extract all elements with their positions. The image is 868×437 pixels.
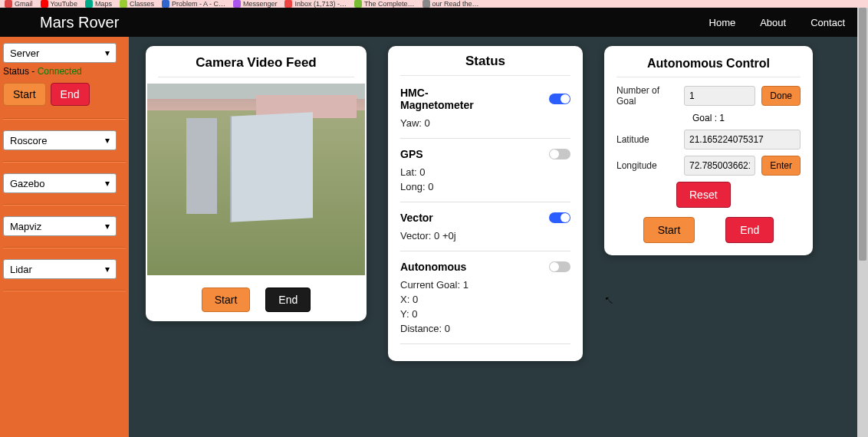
bookmark-item[interactable]: Gmail — [5, 0, 33, 8]
nav-about[interactable]: About — [760, 17, 786, 28]
auto-y: Y: 0 — [400, 308, 570, 320]
status-title: Status — [400, 46, 570, 72]
nav-home[interactable]: Home — [709, 17, 736, 28]
camera-card: Camera Video Feed Start End — [146, 46, 367, 321]
bookmark-item[interactable]: Maps — [85, 0, 112, 8]
bookmark-item[interactable]: The Complete… — [354, 0, 415, 8]
sidebar: Server ▾ Status - Connected Start End Ro… — [0, 37, 129, 437]
hmc-heading: HMC-Magnetometer — [400, 87, 492, 111]
bookmark-item[interactable]: Problem - A - C… — [162, 0, 225, 8]
bookmark-item[interactable]: Classes — [120, 0, 154, 8]
vector-toggle[interactable] — [549, 212, 570, 223]
bookmark-item[interactable]: our Read the… — [422, 0, 479, 8]
bookmark-item[interactable]: Messenger — [233, 0, 278, 8]
sidebar-start-button[interactable]: Start — [3, 83, 46, 106]
autonomous-toggle[interactable] — [549, 261, 570, 272]
roscore-select[interactable]: Roscore▾ — [3, 130, 117, 150]
nav-links: Home About Contact — [709, 17, 845, 28]
nav-contact[interactable]: Contact — [810, 17, 845, 28]
auto-distance: Distance: 0 — [400, 323, 570, 334]
bookmark-bar: Gmail YouTube Maps Classes Problem - A -… — [0, 0, 868, 8]
yaw-value: Yaw: 0 — [400, 117, 570, 129]
camera-end-button[interactable]: End — [265, 288, 311, 312]
top-navbar: Mars Rover Home About Contact — [0, 8, 868, 37]
vector-value: Vector: 0 +0j — [400, 230, 570, 242]
num-goal-label: Number of Goal — [616, 85, 678, 107]
hmc-toggle[interactable] — [549, 94, 570, 104]
autonomous-heading: Autonomous — [400, 261, 466, 273]
chevron-down-icon: ▾ — [105, 48, 110, 58]
server-select[interactable]: Server ▾ — [3, 43, 117, 63]
auto-start-button[interactable]: Start — [643, 217, 695, 243]
current-goal: Current Goal: 1 — [400, 279, 570, 291]
content-area: Camera Video Feed Start End Status HMC-M… — [129, 37, 868, 437]
camera-title: Camera Video Feed — [146, 46, 367, 74]
num-goal-input[interactable] — [684, 86, 755, 106]
latitude-label: Latitude — [616, 134, 678, 145]
done-button[interactable]: Done — [761, 86, 801, 106]
auto-end-button[interactable]: End — [725, 217, 774, 243]
bookmark-item[interactable]: Inbox (1,713) -… — [284, 0, 347, 8]
server-select-label: Server — [10, 48, 39, 59]
camera-start-button[interactable]: Start — [202, 288, 251, 312]
vertical-scrollbar[interactable] — [857, 8, 868, 437]
bookmark-item[interactable]: YouTube — [41, 0, 77, 8]
connection-status: Status - Connected — [3, 66, 126, 77]
gps-lat: Lat: 0 — [400, 166, 570, 178]
reset-button[interactable]: Reset — [676, 182, 731, 208]
goal-line: Goal : 1 — [616, 113, 801, 123]
vector-heading: Vector — [400, 212, 433, 224]
longitude-input[interactable] — [684, 156, 755, 176]
chevron-down-icon: ▾ — [105, 135, 110, 146]
camera-feed — [147, 84, 365, 275]
chevron-down-icon: ▾ — [105, 221, 110, 232]
mapviz-select[interactable]: Mapviz▾ — [3, 216, 117, 236]
sidebar-end-button[interactable]: End — [51, 83, 90, 106]
brand-title: Mars Rover — [40, 14, 119, 31]
autonomous-control-card: Autonomous Control Number of Goal Done G… — [604, 46, 813, 255]
longitude-label: Longitude — [616, 160, 678, 171]
chevron-down-icon: ▾ — [105, 178, 110, 189]
status-card: Status HMC-Magnetometer Yaw: 0 GPS Lat: … — [388, 46, 583, 361]
gazebo-select[interactable]: Gazebo▾ — [3, 173, 117, 193]
gps-long: Long: 0 — [400, 181, 570, 192]
auto-x: X: 0 — [400, 294, 570, 305]
latitude-input[interactable] — [684, 130, 801, 150]
gps-heading: GPS — [400, 148, 423, 160]
chevron-down-icon: ▾ — [105, 264, 110, 274]
autonomous-control-title: Autonomous Control — [616, 52, 801, 74]
gps-toggle[interactable] — [549, 149, 570, 159]
enter-button[interactable]: Enter — [761, 156, 801, 176]
lidar-select[interactable]: Lidar▾ — [3, 259, 117, 279]
